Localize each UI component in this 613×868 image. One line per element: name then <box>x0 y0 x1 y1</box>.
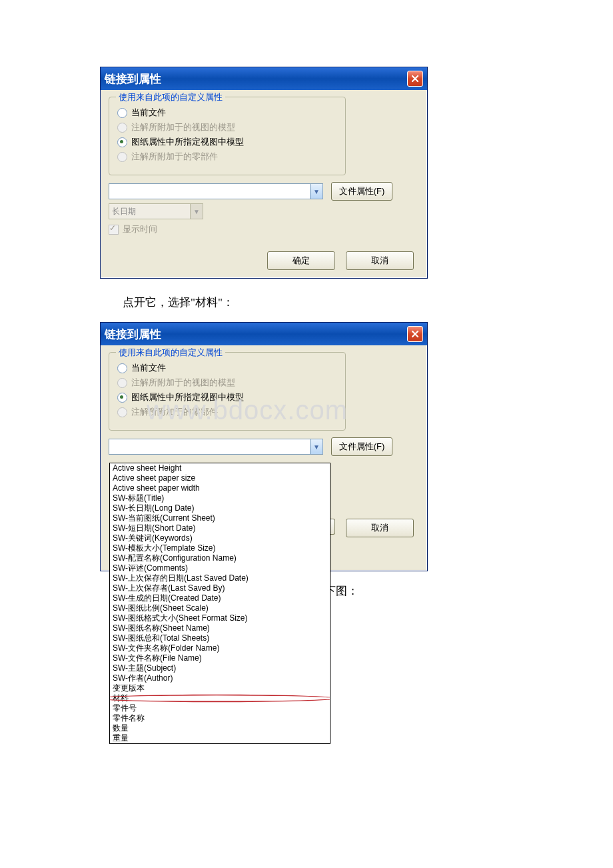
property-dropdown-list[interactable]: Active sheet HeightActive sheet paper si… <box>109 463 330 744</box>
radio-annotated-view: 注解所附加于的视图的模型 <box>117 121 337 133</box>
group-custom-props: 使用来自此项的自定义属性 当前文件 注解所附加于的视图的模型 图纸属性中所指定视… <box>109 97 346 175</box>
property-combo-row: ▼ 文件属性(F) <box>109 437 419 456</box>
dropdown-item[interactable]: SW-短日期(Short Date) <box>110 523 330 533</box>
dropdown-item[interactable]: 重量 <box>110 733 330 743</box>
dropdown-item[interactable]: SW-上次保存的日期(Last Saved Date) <box>110 573 330 583</box>
group-title: 使用来自此项的自定义属性 <box>116 347 225 359</box>
radio-sheet-model[interactable]: 图纸属性中所指定视图中模型 <box>117 391 337 403</box>
dropdown-item[interactable]: SW-标题(Title) <box>110 493 330 503</box>
titlebar: 链接到属性 <box>101 67 427 90</box>
close-icon <box>411 330 419 338</box>
radio-current-file[interactable]: 当前文件 <box>117 362 337 374</box>
dropdown-item[interactable]: 零件号 <box>110 703 330 713</box>
cancel-button[interactable]: 取消 <box>346 519 414 537</box>
dropdown-item[interactable]: SW-文件夹名称(Folder Name) <box>110 643 330 653</box>
dialog-link-to-property-1: 链接到属性 使用来自此项的自定义属性 当前文件 注解所附加于的视图的模型 <box>100 67 428 279</box>
file-properties-button[interactable]: 文件属性(F) <box>331 437 392 456</box>
radio-icon <box>117 378 127 388</box>
dropdown-item[interactable]: Active sheet paper width <box>110 483 330 493</box>
dropdown-item[interactable]: 零件名称 <box>110 713 330 723</box>
dialog-title: 链接到属性 <box>105 71 161 87</box>
dropdown-item[interactable]: SW-模板大小(Template Size) <box>110 543 330 553</box>
date-format-combo: 长日期 ▼ <box>109 203 203 219</box>
file-properties-button[interactable]: 文件属性(F) <box>331 182 392 201</box>
radio-icon <box>117 137 127 147</box>
cancel-button[interactable]: 取消 <box>346 251 414 270</box>
chevron-down-icon: ▼ <box>310 184 322 199</box>
radio-label: 注解所附加于的视图的模型 <box>131 121 235 133</box>
radio-icon <box>117 393 127 403</box>
group-title: 使用来自此项的自定义属性 <box>116 91 225 103</box>
date-combo-row: 长日期 ▼ <box>109 203 419 219</box>
dropdown-item[interactable]: SW-当前图纸(Current Sheet) <box>110 513 330 523</box>
dropdown-item[interactable]: Active sheet paper size <box>110 473 330 483</box>
ok-button[interactable]: 确定 <box>267 251 335 270</box>
dialog-title: 链接到属性 <box>105 327 161 342</box>
combo-text: 长日期 <box>109 204 190 219</box>
checkbox-label: 显示时间 <box>123 223 157 235</box>
dropdown-item[interactable]: SW-配置名称(Configuration Name) <box>110 553 330 563</box>
dialog-body: 使用来自此项的自定义属性 当前文件 注解所附加于的视图的模型 图纸属性中所指定视… <box>101 90 427 278</box>
combo-text <box>109 184 310 199</box>
dropdown-item[interactable]: SW-作者(Author) <box>110 673 330 683</box>
radio-label: 当前文件 <box>131 107 166 119</box>
dropdown-item[interactable]: Active sheet Height <box>110 463 330 473</box>
titlebar: 链接到属性 <box>101 323 427 345</box>
radio-label: 注解所附加于的零部件 <box>131 151 218 163</box>
radio-icon <box>117 363 127 373</box>
dialog-buttons: 确定 取消 <box>109 235 419 270</box>
property-combo-row: ▼ 文件属性(F) <box>109 182 419 201</box>
dropdown-item[interactable]: SW-生成的日期(Created Date) <box>110 593 330 603</box>
dropdown-item[interactable]: SW-图纸比例(Sheet Scale) <box>110 603 330 613</box>
radio-label: 注解所附加于的零部件 <box>131 406 218 418</box>
dialog-link-to-property-2: 链接到属性 使用来自此项的自定义属性 当前文件 注解所附加于的 <box>100 322 428 571</box>
chevron-down-icon: ▼ <box>310 439 322 454</box>
radio-annotated-part: 注解所附加于的零部件 <box>117 406 337 418</box>
property-combo[interactable]: ▼ <box>109 183 323 199</box>
radio-icon <box>117 407 127 417</box>
radio-icon <box>117 108 127 118</box>
show-time-row: 显示时间 <box>109 223 419 235</box>
radio-label: 图纸属性中所指定视图中模型 <box>131 391 244 403</box>
dialog-body: 使用来自此项的自定义属性 当前文件 注解所附加于的视图的模型 图纸属性中所指定视… <box>101 345 427 571</box>
radio-annotated-view: 注解所附加于的视图的模型 <box>117 377 337 389</box>
dropdown-item[interactable]: SW-关键词(Keywords) <box>110 533 330 543</box>
close-button[interactable] <box>407 71 423 87</box>
radio-label: 当前文件 <box>131 362 166 374</box>
group-custom-props: 使用来自此项的自定义属性 当前文件 注解所附加于的视图的模型 图纸属性中所指定视… <box>109 352 346 431</box>
dropdown-item[interactable]: SW-长日期(Long Date) <box>110 503 330 513</box>
chevron-down-icon: ▼ <box>190 204 203 219</box>
dropdown-item[interactable]: 数量 <box>110 723 330 733</box>
caption-1: 点开它，选择"材料"： <box>100 295 513 310</box>
combo-text <box>109 439 310 454</box>
property-combo[interactable]: ▼ <box>109 439 323 455</box>
dropdown-item[interactable]: SW-上次保存者(Last Saved By) <box>110 583 330 593</box>
dialog-2-wrap: www.bdocx.com 链接到属性 使用来自此项的自定义属性 当前文件 <box>100 322 426 571</box>
dropdown-item[interactable]: SW-主题(Subject) <box>110 663 330 673</box>
dropdown-item[interactable]: SW-图纸总和(Total Sheets) <box>110 633 330 643</box>
radio-annotated-part: 注解所附加于的零部件 <box>117 151 337 163</box>
dropdown-item[interactable]: SW-图纸格式大小(Sheet Format Size) <box>110 613 330 623</box>
dropdown-item[interactable]: SW-评述(Comments) <box>110 563 330 573</box>
dropdown-item[interactable]: SW-图纸名称(Sheet Name) <box>110 623 330 633</box>
radio-label: 注解所附加于的视图的模型 <box>131 377 235 389</box>
radio-sheet-model[interactable]: 图纸属性中所指定视图中模型 <box>117 136 337 148</box>
dropdown-item[interactable]: SW-文件名称(File Name) <box>110 653 330 663</box>
dropdown-item[interactable]: 变更版本 <box>110 683 330 693</box>
show-time-checkbox <box>109 225 119 235</box>
radio-icon <box>117 123 127 133</box>
radio-icon <box>117 152 127 162</box>
close-button[interactable] <box>407 326 423 342</box>
dropdown-item[interactable]: 材料 <box>110 693 330 703</box>
radio-current-file[interactable]: 当前文件 <box>117 107 337 119</box>
close-icon <box>411 75 419 83</box>
radio-label: 图纸属性中所指定视图中模型 <box>131 136 244 148</box>
